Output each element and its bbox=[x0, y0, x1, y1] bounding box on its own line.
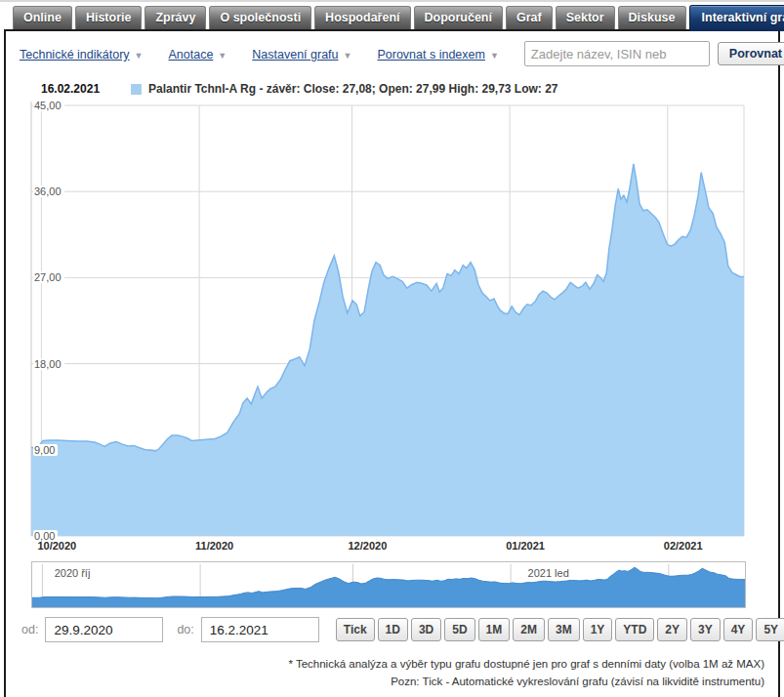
toolbar-link-label[interactable]: Nastavení grafu bbox=[252, 48, 338, 62]
x-axis-tick-label: 12/2020 bbox=[349, 540, 388, 552]
x-axis-tick-label: 10/2020 bbox=[37, 540, 76, 552]
toolbar-link-porovnat-s-indexem[interactable]: Porovnat s indexem▼ bbox=[377, 45, 498, 62]
y-axis-tick-label: 9,00 bbox=[33, 444, 58, 456]
footnotes: * Technická analýza a výběr typu grafu d… bbox=[6, 646, 778, 697]
chevron-down-icon: ▼ bbox=[490, 51, 499, 61]
toolbar-link-anotace[interactable]: Anotace▼ bbox=[168, 45, 227, 62]
interactive-chart-panel: Technické indikátory▼Anotace▼Nastavení g… bbox=[4, 29, 780, 697]
range-button-3d[interactable]: 3D bbox=[411, 618, 441, 641]
range-button-3m[interactable]: 3M bbox=[548, 618, 580, 641]
toolbar-link-label[interactable]: Technické indikátory bbox=[20, 48, 130, 62]
chevron-down-icon: ▼ bbox=[135, 51, 144, 61]
range-button-1y[interactable]: 1Y bbox=[583, 618, 613, 641]
toolbar-link-nastaveni-grafu[interactable]: Nastavení grafu▼ bbox=[252, 45, 351, 62]
tab-historie[interactable]: Historie bbox=[75, 6, 143, 29]
y-axis-tick-label: 18,00 bbox=[33, 358, 64, 370]
range-button-2m[interactable]: 2M bbox=[513, 618, 545, 641]
y-axis-tick-label: 27,00 bbox=[33, 271, 64, 283]
tab-bar: OnlineHistorieZprávyO společnostiHospoda… bbox=[0, 2, 784, 29]
range-button-5d[interactable]: 5D bbox=[444, 618, 475, 641]
chevron-down-icon: ▼ bbox=[218, 51, 227, 61]
price-area-chart[interactable] bbox=[6, 100, 782, 539]
toolbar-links: Technické indikátory▼Anotace▼Nastavení g… bbox=[20, 45, 524, 62]
to-date-input[interactable] bbox=[201, 617, 319, 642]
toolbar-link-label[interactable]: Porovnat s indexem bbox=[377, 48, 484, 62]
tab-doporuceni[interactable]: Doporučení bbox=[414, 6, 503, 29]
range-button-5y[interactable]: 5Y bbox=[756, 618, 784, 641]
chevron-down-icon: ▼ bbox=[344, 51, 352, 61]
range-button-1m[interactable]: 1M bbox=[478, 618, 511, 641]
toolbar-link-technicke-indikatory[interactable]: Technické indikátory▼ bbox=[20, 45, 143, 62]
navigator-area-chart[interactable] bbox=[32, 564, 745, 607]
footnote-tick: Pozn: Tick - Automatické vykreslování gr… bbox=[20, 674, 764, 691]
to-label: do: bbox=[177, 623, 193, 636]
chart-legend: 16.02.2021 Palantir Tchnl-A Rg - závěr: … bbox=[6, 72, 778, 98]
range-button-tick[interactable]: Tick bbox=[336, 618, 375, 641]
from-date-input[interactable] bbox=[45, 617, 163, 642]
range-button-group: Tick1D3D5D1M2M3M1YYTD2Y3Y4Y5YMax bbox=[333, 618, 784, 641]
date-range-row: od: do: Tick1D3D5D1M2M3M1YYTD2Y3Y4Y5YMax bbox=[6, 608, 778, 646]
tab-sektor[interactable]: Sektor bbox=[556, 6, 615, 29]
range-button-4y[interactable]: 4Y bbox=[723, 618, 754, 641]
tab-diskuse[interactable]: Diskuse bbox=[618, 6, 686, 29]
x-axis-tick-label: 02/2021 bbox=[664, 540, 703, 552]
footnote-technical-analysis: * Technická analýza a výběr typu grafu d… bbox=[20, 656, 764, 674]
range-button-3y[interactable]: 3Y bbox=[690, 618, 721, 641]
x-axis-labels: 10/202011/202012/202001/202102/2021 bbox=[6, 539, 778, 555]
from-label: od: bbox=[21, 623, 38, 636]
page: OnlineHistorieZprávyO společnostiHospoda… bbox=[0, 0, 784, 697]
range-button-1d[interactable]: 1D bbox=[378, 618, 408, 641]
chart-navigator[interactable]: 2020 říj2021 led bbox=[31, 561, 746, 608]
tab-o-spolecnosti[interactable]: O společnosti bbox=[209, 6, 311, 29]
chart-toolbar: Technické indikátory▼Anotace▼Nastavení g… bbox=[6, 31, 778, 72]
y-axis-tick-label: 36,00 bbox=[33, 185, 64, 197]
y-axis-tick-label: 45,00 bbox=[33, 100, 64, 111]
legend-date: 16.02.2021 bbox=[41, 82, 100, 96]
compare-button[interactable]: Porovnat bbox=[718, 42, 784, 65]
range-button-2y[interactable]: 2Y bbox=[657, 618, 687, 641]
toolbar-link-label[interactable]: Anotace bbox=[168, 48, 213, 62]
x-axis-tick-label: 11/2020 bbox=[195, 540, 233, 552]
tab-graf[interactable]: Graf bbox=[506, 6, 553, 29]
legend-series-label[interactable]: Palantir Tchnl-A Rg - závěr: Close: 27,0… bbox=[148, 82, 557, 96]
tab-hospodareni[interactable]: Hospodaření bbox=[314, 6, 410, 29]
tab-online[interactable]: Online bbox=[13, 6, 72, 29]
x-axis-tick-label: 01/2021 bbox=[506, 540, 545, 552]
navigator-month-label: 2020 říj bbox=[51, 566, 95, 580]
tab-zpravy[interactable]: Zprávy bbox=[144, 6, 206, 29]
navigator-month-label: 2021 led bbox=[524, 566, 573, 580]
series-color-swatch-icon bbox=[131, 84, 142, 95]
compare-search-input[interactable] bbox=[524, 41, 710, 66]
range-button-ytd[interactable]: YTD bbox=[615, 618, 654, 641]
tab-interaktivni-graf[interactable]: Interaktivní graf bbox=[689, 5, 784, 31]
main-chart-plot[interactable]: 45,0036,0027,0018,009,000,00 bbox=[6, 100, 778, 539]
